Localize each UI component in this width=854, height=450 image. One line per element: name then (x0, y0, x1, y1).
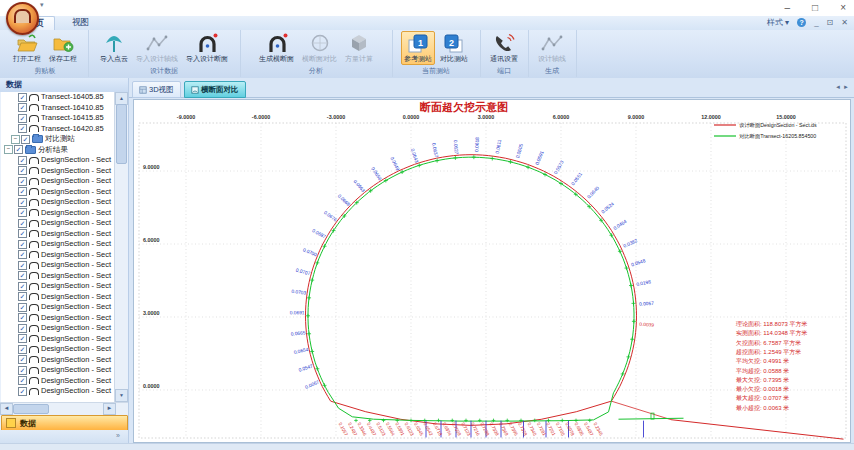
tree-item[interactable]: ✓DesignSection - Sect (1, 302, 115, 313)
tab-scroll-right-icon[interactable]: ► (843, 84, 851, 90)
tab-3d-view[interactable]: 3D视图 (132, 81, 181, 98)
tree-checkbox[interactable]: ✓ (18, 93, 27, 102)
tree-vertical-scrollbar[interactable]: ▲ ▼ (114, 92, 127, 402)
minimize-button[interactable]: – (785, 2, 791, 14)
tree-checkbox[interactable]: ✓ (18, 376, 27, 385)
generate-cross-section-button[interactable]: 生成横断面 (256, 31, 297, 65)
tree-checkbox[interactable]: ✓ (18, 103, 27, 112)
tree-checkbox[interactable]: ✓ (18, 240, 27, 249)
tree-item[interactable]: ✓DesignSection - Sect (1, 208, 115, 219)
tree-item[interactable]: ✓Transect-16420.85 (1, 124, 115, 135)
tree-checkbox[interactable]: ✓ (18, 250, 27, 259)
tree-checkbox[interactable]: ✓ (18, 177, 27, 186)
tree-item[interactable]: ✓DesignSection - Sect (1, 386, 115, 397)
doc-close-icon[interactable]: ✕ (841, 18, 848, 27)
save-project-button[interactable]: 保存工程 (46, 31, 80, 65)
volume-calc-button[interactable]: 方量计算 (342, 31, 376, 65)
tree-item[interactable]: ✓DesignSection - Sect (1, 271, 115, 282)
tab-scroll-left-icon[interactable]: ◄ (835, 84, 843, 90)
tree-item[interactable]: ✓DesignSection - Sect (1, 313, 115, 324)
tree-item[interactable]: ✓DesignSection - Sect (1, 218, 115, 229)
tree-item[interactable]: ✓DesignSection - Sect (1, 376, 115, 387)
tree-item[interactable]: ✓DesignSection - Sect (1, 334, 115, 345)
tree-item[interactable]: −✓对比测站 (1, 134, 115, 145)
tree-item[interactable]: ✓DesignSection - Sect (1, 229, 115, 240)
tree-item[interactable]: ✓DesignSection - Sect (1, 281, 115, 292)
ribbon-tab-view[interactable]: 视图 (62, 16, 99, 29)
tree-item[interactable]: ✓DesignSection - Sect (1, 260, 115, 271)
style-menu[interactable]: 样式 ▾ (767, 17, 789, 28)
cross-section-compare-button[interactable]: 横断面对比 (299, 31, 340, 65)
tree-item[interactable]: ✓DesignSection - Sect (1, 365, 115, 376)
tab-section-compare[interactable]: 横断面对比 (184, 81, 246, 98)
tree-checkbox[interactable]: ✓ (18, 282, 27, 291)
tree-checkbox[interactable]: ✓ (18, 334, 27, 343)
doc-minimize-icon[interactable]: _ (814, 18, 818, 27)
tree-checkbox[interactable]: ✓ (18, 229, 27, 238)
tunnel-icon (29, 230, 39, 237)
tree-checkbox[interactable]: ✓ (18, 387, 27, 396)
import-design-section-button[interactable]: 导入设计断面 (183, 31, 231, 65)
tree-item[interactable]: ✓Transect-16410.85 (1, 103, 115, 114)
tree-checkbox[interactable]: ✓ (18, 166, 27, 175)
tree-checkbox[interactable]: ✓ (18, 114, 27, 123)
tree-item[interactable]: ✓DesignSection - Sect (1, 166, 115, 177)
tree-checkbox[interactable]: ✓ (18, 187, 27, 196)
quick-access-dropdown-icon[interactable]: ▾ (40, 1, 44, 9)
tree-checkbox[interactable]: ✓ (14, 145, 23, 154)
tree-item[interactable]: ✓DesignSection - Sect (1, 355, 115, 366)
import-design-axis-button[interactable]: 导入设计轴线 (133, 31, 181, 65)
tree-item[interactable]: ✓Transect-16405.85 (1, 92, 115, 103)
comm-settings-button[interactable]: 通讯设置 (487, 31, 521, 65)
tree-item[interactable]: ✓DesignSection - Sect (1, 250, 115, 261)
stats-line: 最小超挖: 0.0063 米 (736, 405, 789, 412)
help-icon[interactable]: ? (797, 18, 806, 27)
tree-checkbox[interactable]: ✓ (18, 261, 27, 270)
tree-item[interactable]: ✓DesignSection - Sect (1, 176, 115, 187)
close-button[interactable]: × (840, 2, 846, 14)
import-point-cloud-button[interactable]: 导入点云 (97, 31, 131, 65)
reference-station-button[interactable]: 1 参考测站 (401, 31, 435, 65)
tree-checkbox[interactable]: ✓ (18, 156, 27, 165)
app-menu-orb[interactable] (6, 2, 39, 35)
tree-item[interactable]: ✓DesignSection - Sect (1, 187, 115, 198)
tree-checkbox[interactable]: ✓ (18, 292, 27, 301)
scroll-left-icon[interactable]: ◄ (0, 403, 13, 415)
tree-checkbox[interactable]: ✓ (18, 355, 27, 364)
tree-checkbox[interactable]: ✓ (18, 219, 27, 228)
data-panel-button[interactable]: 数据 (1, 415, 128, 431)
tree-checkbox[interactable]: ✓ (21, 135, 30, 144)
tunnel-icon (29, 209, 39, 216)
scroll-down-icon[interactable]: ▼ (115, 389, 128, 402)
scroll-right-icon[interactable]: ► (103, 403, 116, 415)
tree-item[interactable]: −✓分析结果 (1, 145, 115, 156)
tree-checkbox[interactable]: ✓ (18, 345, 27, 354)
tree-checkbox[interactable]: ✓ (18, 366, 27, 375)
maximize-button[interactable]: □ (812, 2, 818, 14)
tree-item[interactable]: ✓Transect-16415.85 (1, 113, 115, 124)
tree-checkbox[interactable]: ✓ (18, 198, 27, 207)
tree-checkbox[interactable]: ✓ (18, 208, 27, 217)
scrollbar-thumb[interactable] (116, 104, 127, 164)
tree-checkbox[interactable]: ✓ (18, 124, 27, 133)
tree-item[interactable]: ✓DesignSection - Sect (1, 323, 115, 334)
tree-expander-icon[interactable]: − (4, 145, 13, 154)
open-project-button[interactable]: 打开工程 (10, 31, 44, 65)
tree-expander-icon[interactable]: − (11, 135, 20, 144)
tree-checkbox[interactable]: ✓ (18, 313, 27, 322)
tree-horizontal-scrollbar[interactable]: ◄ ► (0, 402, 128, 414)
tree-item[interactable]: ✓DesignSection - Sect (1, 239, 115, 250)
tree-item[interactable]: ✓DesignSection - Sect (1, 292, 115, 303)
scrollbar-thumb[interactable] (13, 404, 49, 414)
tree-item[interactable]: ✓DesignSection - Sect (1, 344, 115, 355)
tree-item[interactable]: ✓DesignSection - Sect (1, 197, 115, 208)
design-axis-button[interactable]: 设计轴线 (535, 31, 569, 65)
more-panels-icon[interactable]: » (116, 432, 120, 439)
data-panel-title: 数据 (0, 78, 128, 92)
tree-checkbox[interactable]: ✓ (18, 324, 27, 333)
tree-checkbox[interactable]: ✓ (18, 303, 27, 312)
compare-station-button[interactable]: 2 对比测站 (437, 31, 471, 65)
tree-item[interactable]: ✓DesignSection - Sect (1, 155, 115, 166)
doc-restore-icon[interactable]: ⊡ (827, 18, 834, 27)
tree-checkbox[interactable]: ✓ (18, 271, 27, 280)
